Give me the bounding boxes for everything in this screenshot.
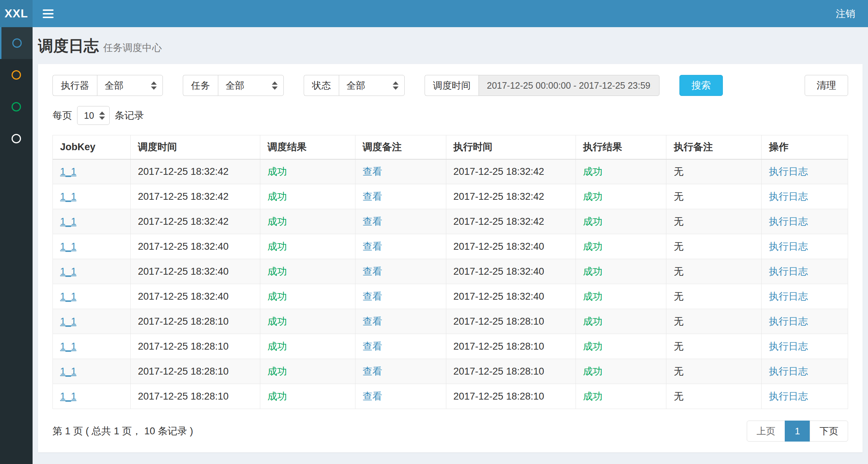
- table-header-row: JobKey 调度时间 调度结果 调度备注 执行时间 执行结果 执行备注 操作: [53, 135, 848, 159]
- handle-time-cell: 2017-12-25 18:28:10: [446, 309, 576, 334]
- job-label: 任务: [183, 75, 218, 96]
- trigger-msg-link[interactable]: 查看: [363, 216, 382, 227]
- trigger-msg-link[interactable]: 查看: [363, 316, 382, 327]
- exec-log-link[interactable]: 执行日志: [769, 266, 808, 277]
- sidebar-item[interactable]: [0, 59, 33, 91]
- sidebar-item[interactable]: [0, 27, 33, 59]
- exec-log-link[interactable]: 执行日志: [769, 241, 808, 252]
- log-box: 执行器 全部 任务 全部 状态 全部: [38, 64, 863, 452]
- circle-o-icon: [12, 70, 21, 80]
- jobkey-link[interactable]: 1_1: [60, 291, 76, 302]
- header-handle-msg: 执行备注: [666, 135, 762, 159]
- sidebar-item[interactable]: [0, 123, 33, 155]
- handle-msg-cell: 无: [666, 384, 762, 409]
- hamburger-icon: [43, 13, 54, 14]
- select-arrows-icon: [94, 111, 105, 120]
- content-area: 调度日志任务调度中心 执行器 全部 任务 全部 状态: [33, 27, 868, 464]
- trigger-msg-link[interactable]: 查看: [363, 166, 382, 177]
- table-row: 1_1 2017-12-25 18:28:10 成功 查看 2017-12-25…: [53, 309, 848, 334]
- jobkey-link[interactable]: 1_1: [60, 341, 76, 352]
- trigger-msg-cell: 查看: [355, 384, 446, 409]
- current-page-button[interactable]: 1: [785, 421, 810, 442]
- exec-log-link[interactable]: 执行日志: [769, 216, 808, 227]
- exec-log-link[interactable]: 执行日志: [769, 316, 808, 327]
- executor-select[interactable]: 全部: [97, 75, 163, 96]
- handle-msg-cell: 无: [666, 359, 762, 384]
- exec-log-link[interactable]: 执行日志: [769, 391, 808, 402]
- logout-link[interactable]: 注销: [836, 7, 855, 20]
- job-selected-value: 全部: [226, 79, 244, 92]
- trigger-msg-cell: 查看: [355, 184, 446, 209]
- trigger-result-cell: 成功: [260, 159, 355, 184]
- action-cell: 执行日志: [762, 209, 848, 234]
- jobkey-cell: 1_1: [53, 159, 131, 184]
- select-arrows-icon: [383, 81, 399, 90]
- jobkey-link[interactable]: 1_1: [60, 366, 76, 377]
- trigger-time-cell: 2017-12-25 18:32:40: [130, 259, 260, 284]
- jobkey-cell: 1_1: [53, 259, 131, 284]
- jobkey-link[interactable]: 1_1: [60, 391, 76, 402]
- trigger-time-cell: 2017-12-25 18:32:40: [130, 284, 260, 309]
- trigger-result-cell: 成功: [260, 209, 355, 234]
- executor-filter-group: 执行器 全部: [52, 75, 163, 96]
- exec-log-link[interactable]: 执行日志: [769, 291, 808, 302]
- job-select[interactable]: 全部: [218, 75, 284, 96]
- next-page-button[interactable]: 下页: [810, 421, 848, 442]
- trigger-time-range-input[interactable]: [479, 75, 660, 96]
- executor-label: 执行器: [52, 75, 97, 96]
- trigger-msg-link[interactable]: 查看: [363, 191, 382, 202]
- jobkey-link[interactable]: 1_1: [60, 191, 76, 202]
- hamburger-icon: [43, 17, 54, 18]
- table-row: 1_1 2017-12-25 18:32:40 成功 查看 2017-12-25…: [53, 284, 848, 309]
- handle-result-cell: 成功: [576, 384, 666, 409]
- search-button[interactable]: 搜索: [679, 75, 723, 96]
- trigger-msg-link[interactable]: 查看: [363, 291, 382, 302]
- trigger-msg-cell: 查看: [355, 334, 446, 359]
- trigger-msg-cell: 查看: [355, 309, 446, 334]
- header-jobkey: JobKey: [53, 135, 131, 159]
- jobkey-link[interactable]: 1_1: [60, 266, 76, 277]
- app-logo[interactable]: XXL: [0, 0, 33, 27]
- jobkey-link[interactable]: 1_1: [60, 166, 76, 177]
- table-row: 1_1 2017-12-25 18:32:42 成功 查看 2017-12-25…: [53, 209, 848, 234]
- action-cell: 执行日志: [762, 284, 848, 309]
- trigger-msg-link[interactable]: 查看: [363, 366, 382, 377]
- trigger-msg-link[interactable]: 查看: [363, 241, 382, 252]
- action-cell: 执行日志: [762, 184, 848, 209]
- action-cell: 执行日志: [762, 359, 848, 384]
- page-header: 调度日志任务调度中心: [33, 27, 868, 64]
- action-cell: 执行日志: [762, 309, 848, 334]
- trigger-msg-link[interactable]: 查看: [363, 391, 382, 402]
- circle-o-icon: [12, 102, 21, 111]
- handle-time-cell: 2017-12-25 18:28:10: [446, 359, 576, 384]
- trigger-result-cell: 成功: [260, 359, 355, 384]
- trigger-msg-cell: 查看: [355, 209, 446, 234]
- handle-time-cell: 2017-12-25 18:32:40: [446, 234, 576, 259]
- jobkey-link[interactable]: 1_1: [60, 316, 76, 327]
- jobkey-link[interactable]: 1_1: [60, 216, 76, 227]
- exec-log-link[interactable]: 执行日志: [769, 191, 808, 202]
- clear-button[interactable]: 清理: [805, 75, 848, 96]
- jobkey-link[interactable]: 1_1: [60, 241, 76, 252]
- trigger-time-cell: 2017-12-25 18:28:10: [130, 309, 260, 334]
- trigger-msg-cell: 查看: [355, 359, 446, 384]
- header-trigger-msg: 调度备注: [355, 135, 446, 159]
- table-row: 1_1 2017-12-25 18:28:10 成功 查看 2017-12-25…: [53, 384, 848, 409]
- prev-page-button[interactable]: 上页: [747, 421, 785, 442]
- handle-result-cell: 成功: [576, 334, 666, 359]
- status-label: 状态: [304, 75, 339, 96]
- page-size-select[interactable]: 10: [77, 106, 110, 125]
- trigger-msg-link[interactable]: 查看: [363, 266, 382, 277]
- page-size-suffix: 条记录: [115, 109, 144, 122]
- filter-bar: 执行器 全部 任务 全部 状态 全部: [52, 75, 848, 96]
- trigger-msg-link[interactable]: 查看: [363, 341, 382, 352]
- exec-log-link[interactable]: 执行日志: [769, 341, 808, 352]
- sidebar-toggle-button[interactable]: [33, 0, 63, 27]
- action-cell: 执行日志: [762, 384, 848, 409]
- jobkey-cell: 1_1: [53, 284, 131, 309]
- sidebar-item[interactable]: [0, 91, 33, 123]
- jobkey-cell: 1_1: [53, 234, 131, 259]
- status-select[interactable]: 全部: [339, 75, 405, 96]
- exec-log-link[interactable]: 执行日志: [769, 366, 808, 377]
- exec-log-link[interactable]: 执行日志: [769, 166, 808, 177]
